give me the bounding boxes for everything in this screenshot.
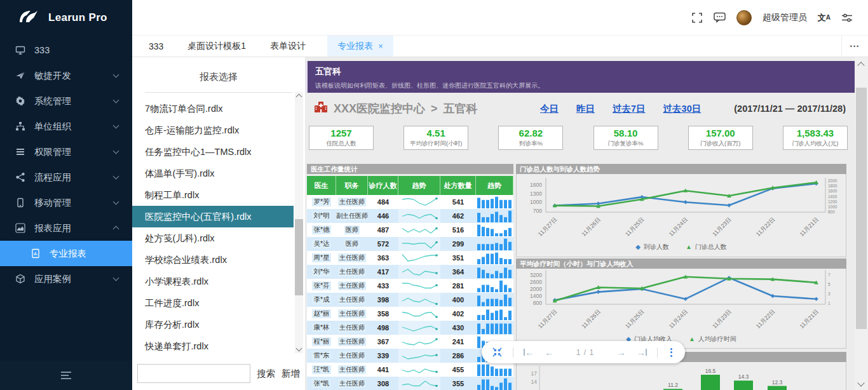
report-item[interactable]: 库存分析.rdlx <box>132 314 294 335</box>
svg-text:11月26日: 11月26日 <box>581 216 602 237</box>
search-button[interactable]: 搜索 <box>257 368 275 380</box>
language-icon[interactable]: 文A <box>818 12 831 24</box>
trend-sparkline <box>398 307 440 321</box>
svg-text:2000: 2000 <box>530 286 542 292</box>
trend-sparkline <box>398 223 440 237</box>
filter-link-昨日[interactable]: 昨日 <box>576 103 595 115</box>
patient-count: 487 <box>368 223 398 237</box>
tab-桌面设计模板1[interactable]: 桌面设计模板1 <box>180 36 254 57</box>
avatar[interactable] <box>736 10 752 25</box>
scrollbar-thumb[interactable] <box>295 219 303 295</box>
report-item[interactable]: 小学课程表.rdlx <box>132 271 294 292</box>
sidebar-item-单位组织[interactable]: 单位组织 <box>0 114 132 139</box>
user-name[interactable]: 超级管理员 <box>763 12 807 24</box>
fullscreen-button[interactable] <box>691 12 703 24</box>
sparkline-chart <box>400 321 439 334</box>
tabs-more-button[interactable]: ••• <box>841 36 868 57</box>
doctor-table-title: 医生工作量统计 <box>307 164 513 174</box>
report-viewer: 五官科 该模板说明如何利用矩表、折线图、柱形图、迷你图进行医院五官科的大屏展示。… <box>305 57 855 390</box>
svg-text:11月27日: 11月27日 <box>537 216 558 237</box>
add-report-button[interactable]: 新增 <box>281 368 300 380</box>
filter-link-今日[interactable]: 今日 <box>540 103 559 115</box>
doctor-title: 主任医师 <box>336 377 368 390</box>
scrollbar-thumb[interactable] <box>856 88 867 329</box>
tab-表单设计[interactable]: 表单设计 <box>262 36 313 57</box>
first-page-button[interactable]: ← <box>524 347 534 358</box>
trend-bars <box>476 223 513 237</box>
doctor-row: 吴*达医师572299 <box>307 237 513 251</box>
sidebar-item-应用案例[interactable]: 应用案例 <box>0 266 132 292</box>
sidebar-item-流程应用[interactable]: 流程应用 <box>0 165 132 190</box>
settings-icon[interactable] <box>841 13 853 23</box>
page-scrollbar[interactable] <box>855 57 868 390</box>
sidebar-item-333[interactable]: 333 <box>0 37 132 63</box>
report-item[interactable]: 仓库-运输能力监控.rdlx <box>132 119 294 141</box>
sidebar-item-报表应用[interactable]: 报表应用 <box>0 215 132 241</box>
report-list: 7物流订单合同.rdlx仓库-运输能力监控.rdlx任务监控中心1—TMS.rd… <box>132 98 294 354</box>
chevron-down-icon <box>113 72 119 78</box>
kpi-value: 4.51 <box>404 128 468 138</box>
svg-text:11月27日: 11月27日 <box>537 308 558 329</box>
svg-text:800: 800 <box>533 300 542 306</box>
rx-count: 364 <box>440 265 476 279</box>
report-item[interactable]: 制程工单.rdlx <box>132 184 294 206</box>
trend-bars <box>476 209 513 223</box>
filter-link-过去30日[interactable]: 过去30日 <box>663 103 702 115</box>
report-item[interactable]: 体温单(手写).rdlx <box>132 163 294 184</box>
scroll-up-icon[interactable] <box>857 62 864 69</box>
mini-bar-chart <box>477 210 513 222</box>
collapse-sidebar-icon[interactable] <box>61 372 71 379</box>
report-item[interactable]: 医院监控中心(五官科).rdlx <box>132 206 294 227</box>
svg-text:11月25日: 11月25日 <box>624 308 645 329</box>
sidebar-item-敏捷开发[interactable]: 敏捷开发 <box>0 63 132 88</box>
arrow-left-icon: ← <box>545 347 554 358</box>
rx-count: 462 <box>440 209 476 223</box>
sidebar-item-权限管理[interactable]: 权限管理 <box>0 139 132 165</box>
sidebar-item-label: 敏捷开发 <box>34 70 71 82</box>
fit-page-icon[interactable] <box>492 347 503 358</box>
doctor-row: 张*芬主任医师433281 <box>307 279 513 293</box>
report-item[interactable]: 任务监控中心1—TMS.rdlx <box>132 141 294 163</box>
sidebar-item-移动管理[interactable]: 移动管理 <box>0 190 132 215</box>
report-item[interactable]: 工件进度.rdlx <box>132 292 294 314</box>
sidebar-item-专业报表[interactable]: 专业报表 <box>0 241 132 266</box>
message-button[interactable] <box>714 12 726 23</box>
sidebar: Learun Pro 333敏捷开发系统管理单位组织权限管理流程应用移动管理报表… <box>0 0 132 390</box>
tab-专业报表[interactable]: 专业报表× <box>327 36 393 57</box>
pager-toolbar: ← ← 1 / 1 → → <box>482 341 685 363</box>
fullscreen-icon <box>691 12 703 24</box>
doctor-row: 张*凯主任医师308355 <box>307 377 513 390</box>
prev-page-button[interactable]: ← <box>545 347 554 358</box>
report-item[interactable]: 处方笺(儿科).rdlx <box>132 227 294 249</box>
patient-count: 446 <box>368 209 398 223</box>
filter-link-过去7日[interactable]: 过去7日 <box>613 103 646 115</box>
report-search-input[interactable] <box>137 364 250 383</box>
report-item[interactable]: 学校综合业绩表.rdlx <box>132 249 294 271</box>
svg-text:7: 7 <box>828 272 831 277</box>
report-banner: 五官科 该模板说明如何利用矩表、折线图、柱形图、迷你图进行医院五官科的大屏展示。 <box>305 61 855 93</box>
report-list-scrollbar[interactable] <box>295 92 303 353</box>
report-header: XXX医院监控中心 > 五官科 今日昨日过去7日过去30日 (2017/11/2… <box>305 93 855 124</box>
monitor-icon <box>15 45 25 55</box>
report-item[interactable]: 快递单套打.rdlx <box>132 335 294 354</box>
share-icon <box>15 172 25 182</box>
sidebar-item-系统管理[interactable]: 系统管理 <box>0 88 132 114</box>
scroll-down-icon[interactable] <box>857 379 864 386</box>
svg-text:14.3: 14.3 <box>738 373 749 380</box>
next-page-button[interactable]: → <box>616 347 626 358</box>
last-page-button[interactable]: → <box>636 347 647 358</box>
scroll-down-icon[interactable] <box>296 346 302 352</box>
pager-menu-icon[interactable] <box>668 348 675 357</box>
sparkline-chart <box>400 210 439 222</box>
doctor-title: 主任医师 <box>336 321 368 335</box>
banner-title: 五官科 <box>315 66 855 77</box>
svg-text:700: 700 <box>533 208 542 214</box>
tab-333[interactable]: 333 <box>141 36 171 57</box>
tab-close-icon[interactable]: × <box>378 41 383 51</box>
doctor-name: 周*星 <box>307 251 336 265</box>
trend-sparkline <box>398 377 440 390</box>
report-item[interactable]: 7物流订单合同.rdlx <box>132 98 294 119</box>
chart1-panel: 门诊总人数与到诊人数趋势 700100013001600200018001600… <box>516 164 846 257</box>
scroll-up-icon[interactable] <box>296 94 302 100</box>
trend-sparkline <box>398 251 440 265</box>
